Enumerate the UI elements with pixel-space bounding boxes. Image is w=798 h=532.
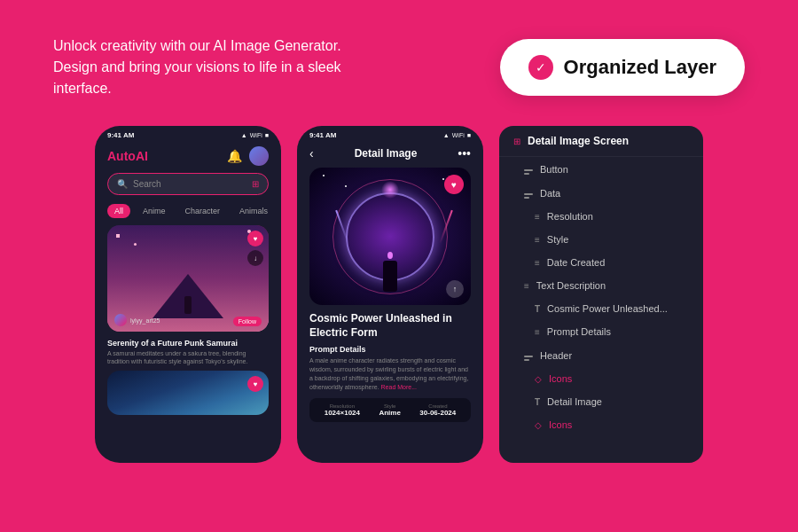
layer-style[interactable]: ≡ Style (520, 228, 703, 251)
tagline: Unlock creativity with our AI Image Gene… (53, 35, 390, 99)
layer-resolution-label: Resolution (547, 211, 593, 222)
rows-icon-textdesc: ≡ (524, 281, 529, 291)
user-avatar[interactable] (249, 146, 269, 166)
layer-button-label: Button (540, 164, 568, 175)
phone-1: 9:41 AM ▲ WiFi ■ AutoAI 🔔 🔍 Search ⊞ (95, 126, 281, 463)
character-figure (383, 252, 397, 292)
layer-icons1-label: Icons (549, 373, 572, 384)
layer-root[interactable]: ⊞ Detail Image Screen (499, 126, 703, 157)
layer-textdesc-label: Text Description (536, 280, 606, 291)
search-placeholder: Search (133, 179, 161, 189)
header-section: Unlock creativity with our AI Image Gene… (0, 0, 798, 126)
search-bar[interactable]: 🔍 Search ⊞ (107, 173, 269, 195)
component-icon-root: ⊞ (513, 137, 520, 146)
layer-button[interactable]: Button (510, 157, 703, 181)
detail-header: ‹ Detail Image ••• (297, 143, 483, 168)
status-bar-1: 9:41 AM ▲ WiFi ■ (95, 126, 281, 143)
layer-header[interactable]: Header (510, 343, 703, 367)
read-more-link[interactable]: Read More... (381, 384, 417, 390)
follow-button[interactable]: Follow (233, 317, 262, 326)
diamond-icon-1: ◇ (535, 374, 542, 384)
search-icon: 🔍 (117, 179, 128, 189)
app-logo: AutoAI (107, 149, 148, 163)
text-icon-detail: T (535, 397, 540, 407)
image-title: Cosmic Power Unleashed in Electric Form (309, 312, 471, 340)
user-avatar-sm (114, 314, 127, 326)
filter-tabs: All Anime Character Animals (95, 204, 281, 225)
save-button[interactable]: ♥ (444, 175, 464, 194)
rows-icon-resolution: ≡ (535, 212, 540, 222)
status-icons-2: ▲ WiFi ■ (443, 132, 471, 138)
component-icon-data (524, 187, 533, 199)
layer-text-description[interactable]: ≡ Text Description (510, 274, 703, 297)
layer-icons2-label: Icons (549, 419, 572, 430)
detail-content: Cosmic Power Unleashed in Electric Form … (297, 312, 483, 422)
check-icon: ✓ (528, 55, 553, 80)
bookmark-icon[interactable]: ♥ (247, 231, 263, 246)
layer-icons-2[interactable]: ◇ Icons (520, 413, 703, 436)
prompt-label: Prompt Details (309, 345, 471, 354)
layer-panel: ⊞ Detail Image Screen Button Data ≡ Reso… (499, 126, 703, 463)
energy-burst (381, 181, 399, 199)
rows-icon-prompt: ≡ (535, 327, 540, 337)
header-icons: 🔔 (227, 146, 269, 166)
meta-created: Created 30-06-2024 (419, 403, 456, 417)
diamond-icon-2: ◇ (535, 420, 542, 430)
component-icon-button (524, 163, 533, 175)
username: lylyy_art25 (130, 317, 160, 324)
meta-resolution: Resolution 1024×1024 (325, 403, 360, 417)
time-1: 9:41 AM (107, 131, 134, 139)
figure-shape (184, 296, 192, 314)
badge-label: Organized Layer (564, 56, 716, 79)
card-overlay-1: ♥ ↓ (247, 231, 263, 266)
layer-root-label: Detail Image Screen (528, 135, 629, 147)
filter-all[interactable]: All (107, 204, 130, 218)
more-options[interactable]: ••• (458, 146, 471, 160)
layer-header-label: Header (540, 350, 572, 361)
status-icons-1: ▲ WiFi ■ (241, 132, 269, 138)
download-icon[interactable]: ↓ (247, 250, 263, 266)
organized-badge: ✓ Organized Layer (500, 39, 745, 96)
time-2: 9:41 AM (309, 131, 336, 139)
card-user: lylyy_art25 (114, 314, 160, 326)
layer-date-label: Date Created (547, 257, 605, 268)
detail-screen-title: Detail Image (355, 147, 418, 160)
phone-2: 9:41 AM ▲ WiFi ■ ‹ Detail Image ••• (297, 126, 483, 463)
layer-data[interactable]: Data (510, 181, 703, 205)
image-card-1[interactable]: ♥ ↓ lylyy_art25 Follow (107, 225, 269, 332)
layer-prompt-label: Prompt Details (547, 326, 611, 337)
layer-icons-1[interactable]: ◇ Icons (520, 367, 703, 390)
card-title: Serenity of a Future Punk Samurai (107, 339, 269, 348)
detail-image: ♥ ↑ (309, 168, 471, 305)
rows-icon-date: ≡ (535, 258, 540, 268)
phones-container: 9:41 AM ▲ WiFi ■ AutoAI 🔔 🔍 Search ⊞ (0, 126, 798, 463)
grid-icon[interactable]: ⊞ (252, 179, 259, 189)
bell-icon[interactable]: 🔔 (227, 149, 242, 163)
detail-meta: Resolution 1024×1024 Style Anime Created… (309, 398, 471, 422)
layer-style-label: Style (547, 234, 568, 245)
share-button[interactable]: ↑ (446, 280, 464, 298)
back-button[interactable]: ‹ (309, 146, 314, 160)
component-icon-header (524, 349, 533, 361)
filter-animals[interactable]: Animals (232, 204, 275, 218)
layer-date-created[interactable]: ≡ Date Created (520, 251, 703, 274)
card-caption: Serenity of a Future Punk Samurai A samu… (95, 339, 281, 365)
layer-detail-image-text[interactable]: T Detail Image (520, 390, 703, 413)
prompt-text: A male anime character radiates strength… (309, 356, 471, 391)
meta-style: Style Anime (379, 403, 400, 417)
filter-anime[interactable]: Anime (136, 204, 173, 218)
layer-data-label: Data (540, 188, 560, 199)
layer-cosmic-label: Cosmic Power Unleashed... (547, 303, 668, 314)
bookmark-icon-2[interactable]: ♥ (247, 376, 263, 392)
layer-resolution[interactable]: ≡ Resolution (520, 205, 703, 228)
card-description: A samurai meditates under a sakura tree,… (107, 349, 269, 365)
status-bar-2: 9:41 AM ▲ WiFi ■ (297, 126, 483, 143)
filter-character[interactable]: Character (178, 204, 228, 218)
app-header: AutoAI 🔔 (95, 143, 281, 173)
text-icon-cosmic: T (535, 304, 540, 314)
layer-cosmic-text[interactable]: T Cosmic Power Unleashed... (520, 297, 703, 320)
image-card-2[interactable]: ♥ (107, 371, 269, 415)
layer-prompt-details[interactable]: ≡ Prompt Details (520, 320, 703, 343)
rows-icon-style: ≡ (535, 235, 540, 245)
layer-detailimg-label: Detail Image (547, 396, 602, 407)
